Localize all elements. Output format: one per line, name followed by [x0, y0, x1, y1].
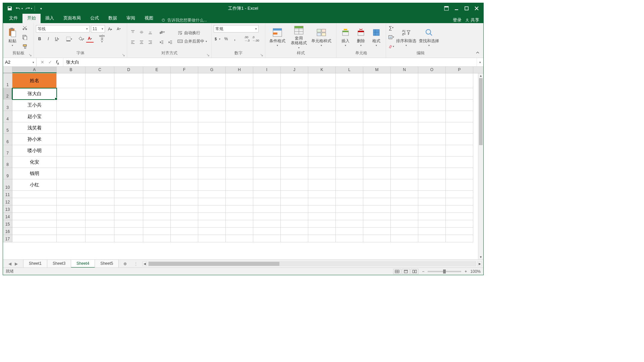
view-page-layout-icon[interactable]	[402, 269, 410, 274]
cell[interactable]	[86, 213, 114, 220]
cell[interactable]	[114, 198, 143, 205]
insert-function-icon[interactable]: fx	[56, 59, 59, 65]
column-header[interactable]: I	[253, 67, 281, 73]
cell-styles-button[interactable]: 单元格样式▾	[310, 25, 332, 49]
cell[interactable]	[418, 73, 446, 88]
cell[interactable]	[281, 235, 308, 242]
cell[interactable]	[114, 213, 143, 220]
increase-indent-icon[interactable]	[167, 39, 174, 46]
column-header[interactable]: P	[446, 67, 473, 73]
cell[interactable]	[114, 235, 143, 242]
cell[interactable]	[226, 73, 253, 88]
row-header[interactable]: 2	[3, 88, 12, 100]
cell[interactable]	[171, 213, 198, 220]
cell[interactable]	[253, 100, 281, 111]
cell[interactable]	[336, 73, 363, 88]
cell[interactable]	[336, 111, 363, 122]
cell[interactable]	[363, 88, 391, 100]
formula-cancel-icon[interactable]: ✕	[41, 60, 44, 65]
autosum-icon[interactable]: ∑▾	[388, 24, 394, 32]
cell[interactable]	[336, 100, 363, 111]
sheet-tab[interactable]: Sheet3	[47, 259, 71, 268]
cell[interactable]	[281, 198, 308, 205]
cell[interactable]	[171, 228, 198, 235]
cell[interactable]	[12, 220, 57, 228]
cell[interactable]	[226, 228, 253, 235]
ribbon-tab-开始[interactable]: 开始	[22, 13, 41, 23]
cell[interactable]	[363, 198, 391, 205]
clipboard-launcher-icon[interactable]: ↘	[29, 53, 33, 57]
cell[interactable]	[86, 157, 114, 168]
cell[interactable]	[391, 205, 418, 213]
cell[interactable]	[198, 134, 226, 145]
cell[interactable]	[391, 228, 418, 235]
cell[interactable]	[57, 168, 86, 179]
cell[interactable]	[57, 179, 86, 191]
cell[interactable]	[57, 134, 86, 145]
cell[interactable]	[363, 228, 391, 235]
cell[interactable]	[253, 205, 281, 213]
cell[interactable]	[446, 220, 473, 228]
cell[interactable]	[446, 111, 473, 122]
cell[interactable]	[143, 145, 171, 157]
ribbon-tab-审阅[interactable]: 审阅	[122, 13, 140, 23]
row-header[interactable]: 14	[3, 213, 12, 220]
cell[interactable]	[336, 179, 363, 191]
cell[interactable]	[446, 122, 473, 134]
cell[interactable]	[198, 198, 226, 205]
column-header[interactable]: N	[391, 67, 418, 73]
cell[interactable]	[226, 134, 253, 145]
cell[interactable]	[114, 168, 143, 179]
merge-center-button[interactable]: 合并后居中▾	[177, 39, 207, 44]
ribbon-tab-插入[interactable]: 插入	[41, 13, 59, 23]
cell[interactable]	[171, 111, 198, 122]
row-header[interactable]: 15	[3, 220, 12, 228]
column-header[interactable]: D	[114, 67, 143, 73]
cell[interactable]	[336, 213, 363, 220]
column-header[interactable]: F	[171, 67, 198, 73]
column-header[interactable]: M	[363, 67, 391, 73]
row-header[interactable]: 3	[3, 100, 12, 111]
cell[interactable]	[171, 134, 198, 145]
cell[interactable]	[363, 122, 391, 134]
tell-me-search[interactable]: 告诉我您想要做什么...	[161, 17, 207, 23]
cell[interactable]	[226, 111, 253, 122]
cell[interactable]	[171, 73, 198, 88]
cell[interactable]	[57, 228, 86, 235]
ribbon-tab-视图[interactable]: 视图	[140, 13, 158, 23]
cell[interactable]	[226, 205, 253, 213]
cell[interactable]	[57, 235, 86, 242]
cell[interactable]	[418, 145, 446, 157]
cell[interactable]	[446, 213, 473, 220]
cell[interactable]	[226, 179, 253, 191]
cell[interactable]	[308, 157, 336, 168]
cell[interactable]	[391, 191, 418, 198]
cell[interactable]	[418, 191, 446, 198]
cell[interactable]	[446, 134, 473, 145]
sheet-nav-next-icon[interactable]: ▶	[15, 261, 18, 266]
cell[interactable]	[12, 205, 57, 213]
cell[interactable]	[418, 134, 446, 145]
cell[interactable]	[391, 122, 418, 134]
cell[interactable]	[281, 168, 308, 179]
cell[interactable]	[57, 100, 86, 111]
cell[interactable]	[446, 191, 473, 198]
cell[interactable]	[336, 205, 363, 213]
font-name-select[interactable]: 等线▾	[36, 25, 90, 33]
format-as-table-button[interactable]: 套用 表格格式▾	[289, 25, 309, 49]
cell[interactable]	[198, 111, 226, 122]
cell[interactable]	[12, 213, 57, 220]
qat-customize-icon[interactable]: ▾	[37, 4, 45, 12]
cell[interactable]	[446, 100, 473, 111]
copy-icon[interactable]	[21, 34, 29, 41]
font-launcher-icon[interactable]: ↘	[122, 53, 126, 57]
delete-cells-button[interactable]: 删除▾	[354, 25, 368, 49]
ribbon-display-icon[interactable]	[442, 4, 450, 12]
cell[interactable]	[281, 191, 308, 198]
number-launcher-icon[interactable]: ↘	[260, 53, 264, 57]
cell[interactable]	[281, 145, 308, 157]
column-header[interactable]: C	[86, 67, 114, 73]
column-header[interactable]: A	[12, 67, 57, 73]
select-all-corner[interactable]	[3, 67, 12, 73]
sheet-tab[interactable]: Sheet5	[95, 259, 119, 268]
